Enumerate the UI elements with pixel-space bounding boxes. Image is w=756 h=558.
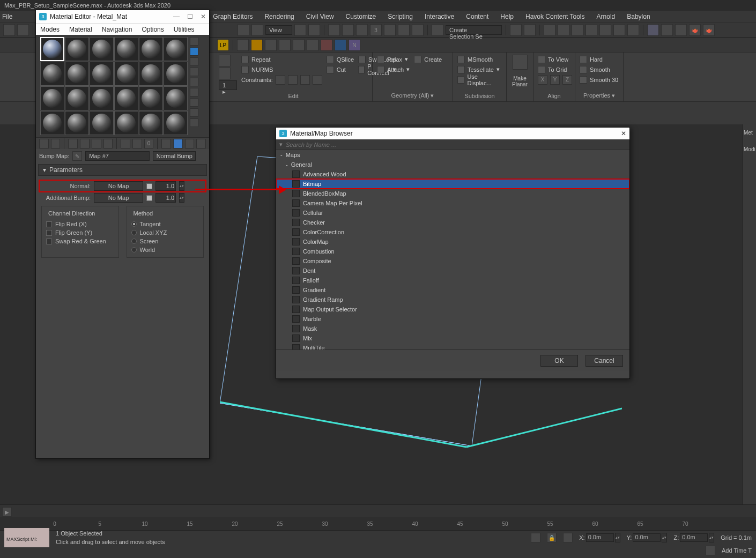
sample-slot[interactable] — [114, 62, 138, 86]
map-item[interactable]: Mask — [276, 324, 629, 333]
map-item[interactable]: Checker — [276, 218, 629, 227]
cat-icon[interactable] — [279, 39, 291, 51]
select-icon[interactable] — [294, 24, 306, 36]
togrid-button[interactable]: To Grid — [538, 65, 572, 74]
sample-slot[interactable] — [139, 37, 163, 61]
normal-spinner-buttons[interactable]: ▴▾ — [179, 181, 184, 191]
map-item[interactable]: ColorMap — [276, 237, 629, 247]
show-end-result-icon[interactable] — [173, 139, 183, 148]
motion-icon[interactable] — [265, 39, 277, 51]
sample-slot[interactable] — [114, 86, 138, 110]
curve-editor-icon[interactable] — [572, 24, 583, 36]
coord-x-input[interactable]: 0.0m — [586, 533, 614, 542]
axis-y-button[interactable]: Y — [550, 75, 560, 85]
sample-slot[interactable] — [65, 86, 89, 110]
make-planar-icon[interactable] — [513, 55, 528, 70]
repeat-button[interactable]: Repeat — [241, 55, 322, 64]
tessellate-button[interactable]: Tessellate ▾ — [457, 65, 502, 74]
ring-spinner[interactable]: 1 ▸ — [219, 80, 237, 90]
placement-icon[interactable] — [356, 24, 368, 36]
parameters-rollout-header[interactable]: ▾ Parameters — [38, 164, 207, 176]
map-item[interactable]: BlendedBoxMap — [276, 189, 629, 198]
menu-content[interactable]: Content — [466, 13, 488, 20]
map-item[interactable]: Gradient Ramp — [276, 295, 629, 304]
abs-rel-icon[interactable] — [563, 533, 573, 542]
additional-bump-spinner-buttons[interactable]: ▴▾ — [179, 193, 184, 203]
me-menu-navigation[interactable]: Navigation — [102, 26, 132, 33]
sample-slot[interactable] — [164, 86, 188, 110]
reset-map-icon[interactable] — [80, 139, 90, 148]
minimize-icon[interactable]: ― — [173, 13, 180, 20]
sample-slot[interactable] — [164, 37, 188, 61]
sample-slot[interactable] — [65, 111, 89, 135]
n-icon[interactable]: N — [349, 39, 360, 51]
search-dropdown-icon[interactable]: ▾ — [279, 141, 283, 148]
normal-bump-type-button[interactable]: Normal Bump — [153, 151, 196, 161]
map-browser-tree[interactable]: - Maps - General Advanced WoodBitmapBlen… — [276, 150, 629, 349]
menu-civil-view[interactable]: Civil View — [306, 13, 334, 20]
cancel-button[interactable]: Cancel — [585, 355, 623, 367]
select-by-mat-icon[interactable] — [190, 108, 198, 117]
editnamed-icon[interactable] — [432, 24, 443, 36]
time-play-icon[interactable]: ▶ — [2, 507, 12, 517]
map-item[interactable]: Composite — [276, 256, 629, 266]
material-editor-titlebar[interactable]: 3Material Editor - Metal_Mat ― ☐ ✕ — [36, 10, 209, 23]
toggle-ribbon-icon[interactable] — [558, 24, 569, 36]
go-parent-icon[interactable] — [185, 139, 195, 148]
qslice-button[interactable]: QSlice — [327, 55, 354, 64]
map-item[interactable]: Mix — [276, 333, 629, 343]
maxscript-listener[interactable]: MAXScript Mi: — [4, 528, 49, 547]
particle-view-icon[interactable] — [237, 39, 249, 51]
sample-slot[interactable] — [139, 86, 163, 110]
video-color-icon[interactable] — [190, 78, 198, 86]
sample-slot[interactable] — [40, 111, 64, 135]
me-menu-options[interactable]: Options — [142, 26, 164, 33]
menu-graph-editors[interactable]: Graph Editors — [213, 13, 253, 20]
localxyz-radio[interactable] — [131, 230, 137, 235]
render-setup-icon[interactable] — [613, 24, 625, 36]
menu-babylon[interactable]: Babylon — [627, 13, 650, 20]
get-material-icon[interactable] — [39, 139, 49, 148]
isolate-icon[interactable] — [531, 533, 540, 542]
map-item[interactable]: Gradient — [276, 285, 629, 295]
schematic-icon[interactable] — [585, 24, 597, 36]
axis-z-button[interactable]: Z — [562, 75, 572, 85]
percentsnap-icon[interactable] — [398, 24, 410, 36]
me-menu-utilities[interactable]: Utilities — [174, 26, 195, 33]
menu-file[interactable]: File — [2, 13, 12, 20]
put-to-lib-icon[interactable] — [132, 139, 142, 148]
sample-slot[interactable] — [90, 86, 114, 110]
search-input[interactable] — [286, 142, 626, 148]
pick-map-icon[interactable]: ✎ — [72, 151, 82, 161]
relax-button[interactable]: Relax ▾ — [377, 55, 410, 64]
sample-slot[interactable] — [65, 37, 89, 61]
sample-type-icon[interactable] — [190, 37, 198, 46]
map-item[interactable]: Dent — [276, 266, 629, 276]
lock-icon[interactable]: 🔒 — [547, 533, 557, 542]
move-icon[interactable] — [308, 24, 320, 36]
make-mat-copy-icon[interactable] — [103, 139, 113, 148]
selectionset-dropdown[interactable]: Create Selection Se — [446, 25, 502, 35]
link-icon[interactable] — [238, 24, 249, 36]
put-material-icon[interactable] — [51, 139, 61, 148]
coord-y-spinner[interactable]: ▴▾ — [662, 533, 667, 542]
create-button[interactable]: Create — [414, 55, 442, 64]
time-config-icon[interactable] — [706, 546, 715, 555]
map-item[interactable]: Cellular — [276, 208, 629, 218]
sample-slot[interactable] — [114, 37, 138, 61]
make-planar-label[interactable]: Make Planar — [511, 76, 529, 87]
make-unique-icon[interactable] — [121, 139, 130, 148]
sample-slot[interactable] — [164, 111, 188, 135]
backlight-icon[interactable] — [190, 47, 198, 56]
scale-icon[interactable] — [342, 24, 354, 36]
mateditor-icon[interactable] — [599, 24, 611, 36]
constraint-normal-icon[interactable] — [313, 75, 322, 85]
sample-slot[interactable] — [114, 111, 138, 135]
make-preview-icon[interactable] — [190, 88, 198, 96]
teapot2-icon[interactable]: 🫖 — [703, 24, 715, 36]
nurms-button[interactable]: NURMS — [241, 65, 322, 74]
tree-cat-general[interactable]: - General — [276, 160, 629, 169]
usedisplac-button[interactable]: Use Displac... — [457, 75, 502, 84]
axis-x-button[interactable]: X — [538, 75, 547, 85]
attach-button[interactable]: Attach ▾ — [377, 65, 410, 74]
